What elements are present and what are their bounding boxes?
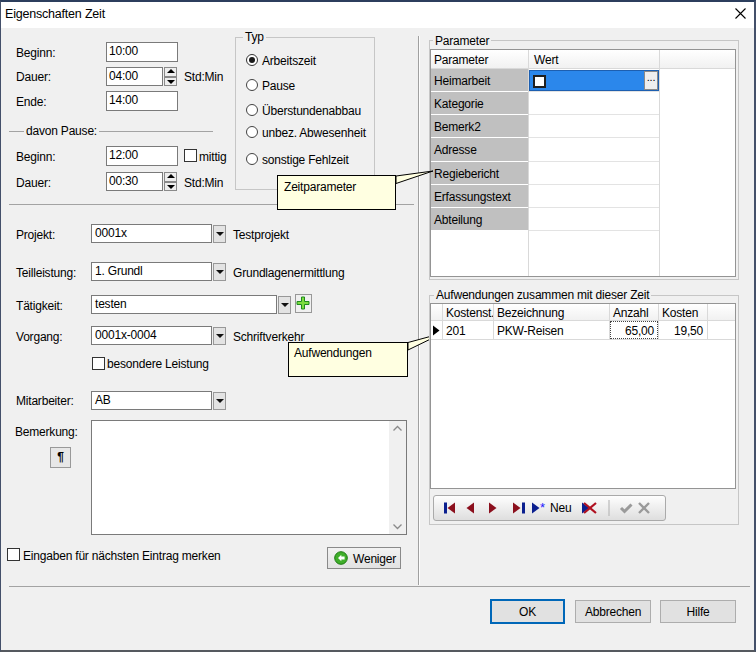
svg-text:Neu: Neu <box>550 501 571 515</box>
svg-text:*: * <box>540 500 545 515</box>
